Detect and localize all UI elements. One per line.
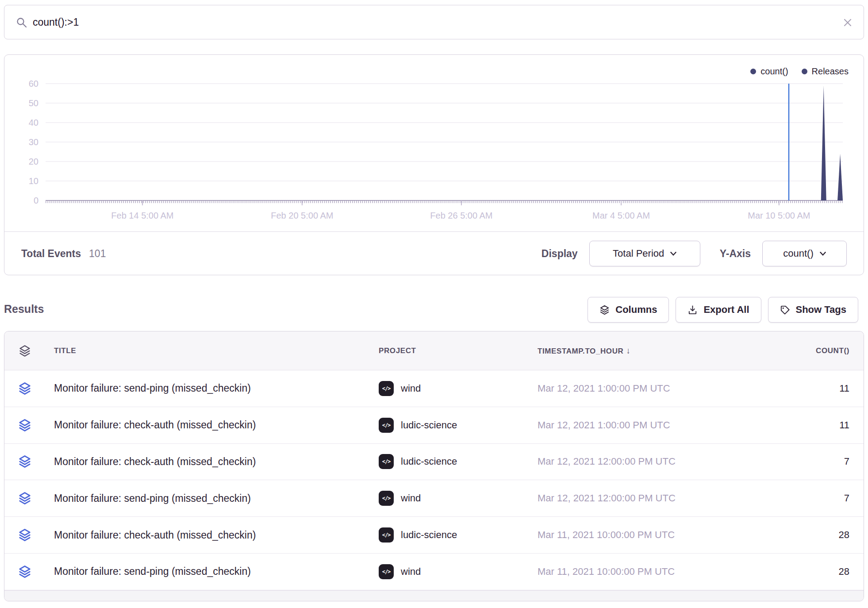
event-title-link[interactable]: Monitor failure: check-auth (missed_chec…	[45, 419, 375, 431]
column-header-count[interactable]: COUNT()	[739, 346, 864, 355]
project-platform-icon: </>	[379, 564, 394, 579]
chart-panel: 0102030405060Feb 14 5:00 AMFeb 20 5:00 A…	[4, 54, 864, 275]
project-cell: </> ludic-science	[375, 454, 533, 469]
results-table: TITLE PROJECT TIMESTAMP.TO_HOUR↓ COUNT()…	[4, 331, 864, 601]
results-toolbar: Columns Export All Show Tags	[588, 297, 858, 323]
results-heading: Results	[4, 303, 44, 316]
svg-text:30: 30	[29, 137, 38, 147]
count-value: 7	[739, 493, 864, 504]
column-header-project[interactable]: PROJECT	[375, 346, 533, 355]
clear-search-icon[interactable]	[843, 18, 852, 27]
table-row: Monitor failure: check-auth (missed_chec…	[4, 407, 864, 444]
layers-icon	[599, 305, 610, 315]
chevron-down-icon	[820, 252, 826, 256]
event-title-link[interactable]: Monitor failure: send-ping (missed_check…	[45, 382, 375, 394]
project-cell: </> wind	[375, 381, 533, 396]
table-footer	[4, 590, 864, 601]
project-platform-icon: </>	[379, 491, 394, 506]
event-title-link[interactable]: Monitor failure: send-ping (missed_check…	[45, 493, 375, 504]
yaxis-dropdown[interactable]: count()	[762, 241, 847, 266]
timestamp-value: Mar 12, 2021 12:00:00 PM UTC	[533, 456, 739, 467]
export-all-button[interactable]: Export All	[676, 297, 761, 323]
timestamp-value: Mar 12, 2021 1:00:00 PM UTC	[533, 419, 739, 431]
project-platform-icon: </>	[379, 381, 394, 396]
discover-page: 0102030405060Feb 14 5:00 AMFeb 20 5:00 A…	[0, 0, 868, 608]
display-dropdown[interactable]: Total Period	[589, 241, 700, 266]
svg-text:50: 50	[29, 98, 38, 108]
count-series-label: count()	[760, 66, 788, 77]
show-tags-button-label: Show Tags	[796, 304, 847, 316]
table-header-row: TITLE PROJECT TIMESTAMP.TO_HOUR↓ COUNT()	[4, 331, 864, 370]
columns-button-label: Columns	[615, 304, 657, 316]
timestamp-value: Mar 11, 2021 10:00:00 PM UTC	[533, 529, 739, 541]
svg-text:Feb 26 5:00 AM: Feb 26 5:00 AM	[430, 211, 492, 220]
column-header-timestamp[interactable]: TIMESTAMP.TO_HOUR↓	[533, 346, 739, 356]
chevron-down-icon	[670, 252, 676, 256]
project-name: wind	[401, 493, 421, 504]
project-name: ludic-science	[401, 419, 457, 431]
count-value: 28	[739, 529, 864, 541]
yaxis-dropdown-value: count()	[783, 248, 813, 259]
sort-desc-arrow-icon: ↓	[626, 346, 630, 355]
total-events-value: 101	[89, 248, 106, 260]
legend-item-count[interactable]: count()	[750, 66, 788, 77]
legend-item-releases[interactable]: Releases	[802, 66, 849, 77]
project-name: ludic-science	[401, 529, 457, 541]
chart-controls: Display Total Period Y-Axis count()	[542, 241, 847, 266]
table-row: Monitor failure: check-auth (missed_chec…	[4, 517, 864, 554]
svg-text:Feb 20 5:00 AM: Feb 20 5:00 AM	[271, 211, 333, 220]
event-title-link[interactable]: Monitor failure: send-ping (missed_check…	[45, 566, 375, 577]
timestamp-value: Mar 12, 2021 1:00:00 PM UTC	[533, 383, 739, 394]
event-stack-icon	[18, 455, 31, 468]
table-row: Monitor failure: check-auth (missed_chec…	[4, 444, 864, 481]
export-all-button-label: Export All	[703, 304, 749, 316]
count-value: 7	[739, 456, 864, 467]
project-name: ludic-science	[401, 456, 457, 467]
releases-dot	[802, 69, 807, 74]
event-stack-icon	[18, 528, 31, 542]
events-chart: 0102030405060Feb 14 5:00 AMFeb 20 5:00 A…	[4, 55, 864, 230]
show-tags-button[interactable]: Show Tags	[768, 297, 859, 323]
event-title-link[interactable]: Monitor failure: check-auth (missed_chec…	[45, 529, 375, 541]
display-label: Display	[542, 248, 578, 260]
releases-label: Releases	[812, 66, 849, 77]
yaxis-label: Y-Axis	[720, 248, 751, 260]
chart-legend: count() Releases	[750, 66, 849, 77]
search-input[interactable]	[33, 6, 833, 38]
timestamp-value: Mar 12, 2021 12:00:00 PM UTC	[533, 493, 739, 504]
project-platform-icon: </>	[379, 418, 394, 433]
columns-button[interactable]: Columns	[588, 297, 669, 323]
display-dropdown-value: Total Period	[613, 248, 664, 259]
project-platform-icon: </>	[379, 454, 394, 469]
count-series-dot	[750, 69, 756, 74]
event-stack-icon	[18, 419, 31, 432]
svg-text:10: 10	[29, 176, 38, 186]
event-stack-icon	[18, 492, 31, 505]
stack-icon[interactable]	[19, 345, 31, 357]
svg-text:40: 40	[29, 118, 38, 127]
column-header-title[interactable]: TITLE	[45, 346, 375, 355]
project-platform-icon: </>	[379, 527, 394, 543]
table-row: Monitor failure: send-ping (missed_check…	[4, 554, 864, 590]
event-title-link[interactable]: Monitor failure: check-auth (missed_chec…	[45, 456, 375, 468]
count-value: 28	[739, 566, 864, 577]
tag-icon	[780, 305, 790, 315]
chart-footer: Total Events 101 Display Total Period Y-…	[4, 231, 864, 275]
event-stack-icon	[18, 565, 31, 578]
project-cell: </> wind	[375, 491, 533, 506]
count-value: 11	[739, 419, 864, 431]
table-row: Monitor failure: send-ping (missed_check…	[4, 480, 864, 517]
search-icon	[16, 17, 27, 28]
svg-text:Mar 10 5:00 AM: Mar 10 5:00 AM	[748, 211, 810, 220]
project-cell: </> ludic-science	[375, 418, 533, 433]
project-name: wind	[401, 383, 421, 394]
timestamp-value: Mar 11, 2021 10:00:00 PM UTC	[533, 566, 739, 577]
download-icon	[687, 305, 698, 315]
total-events-label: Total Events	[21, 248, 81, 260]
svg-text:Feb 14 5:00 AM: Feb 14 5:00 AM	[111, 211, 173, 220]
timestamp-header-label: TIMESTAMP.TO_HOUR	[538, 347, 623, 355]
table-body: Monitor failure: send-ping (missed_check…	[4, 370, 864, 590]
project-cell: </> ludic-science	[375, 527, 533, 543]
project-cell: </> wind	[375, 564, 533, 579]
project-name: wind	[401, 566, 421, 577]
